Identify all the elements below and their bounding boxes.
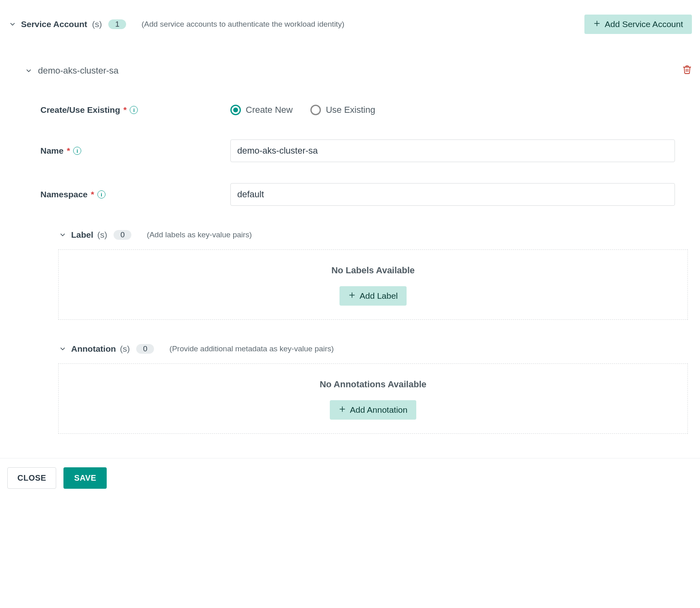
- annotations-count-badge: 0: [136, 344, 154, 354]
- info-icon[interactable]: i: [97, 190, 105, 198]
- close-button[interactable]: CLOSE: [7, 467, 56, 489]
- add-service-account-label: Add Service Account: [605, 19, 683, 29]
- labels-title: Label: [71, 230, 93, 240]
- name-row: Name* i: [40, 139, 688, 162]
- labels-empty-msg: No Labels Available: [331, 265, 415, 276]
- create-new-radio-label: Create New: [246, 105, 293, 115]
- namespace-input[interactable]: [230, 183, 675, 206]
- service-account-item-header: demo-aks-cluster-sa: [24, 65, 692, 76]
- add-annotation-text: Add Annotation: [350, 405, 407, 415]
- namespace-label: Namespace: [40, 190, 88, 199]
- annotations-header: Annotation (s) 0 (Provide additional met…: [58, 344, 688, 354]
- annotations-hint: (Provide additional metadata as key-valu…: [169, 344, 334, 353]
- save-button[interactable]: SAVE: [63, 467, 107, 489]
- labels-header: Label (s) 0 (Add labels as key-value pai…: [58, 230, 688, 240]
- add-annotation-button[interactable]: Add Annotation: [330, 400, 416, 420]
- create-new-radio[interactable]: Create New: [230, 105, 293, 115]
- radio-dot-icon: [310, 105, 321, 115]
- required-mark: *: [67, 146, 70, 156]
- plus-icon: [348, 291, 356, 301]
- service-account-title: Service Account: [21, 19, 87, 29]
- service-account-suffix: (s): [92, 19, 102, 29]
- add-label-text: Add Label: [360, 291, 398, 301]
- add-service-account-button[interactable]: Add Service Account: [584, 15, 692, 34]
- required-mark: *: [123, 105, 127, 115]
- required-mark: *: [91, 190, 94, 199]
- chevron-down-icon[interactable]: [8, 20, 17, 29]
- annotations-box: No Annotations Available Add Annotation: [58, 363, 688, 434]
- service-account-count-badge: 1: [108, 19, 126, 29]
- use-existing-radio-label: Use Existing: [326, 105, 375, 115]
- name-input[interactable]: [230, 139, 675, 162]
- chevron-down-icon[interactable]: [58, 230, 67, 239]
- create-use-existing-row: Create/Use Existing* i Create New Use Ex…: [40, 105, 688, 115]
- service-account-header: Service Account (s) 1 (Add service accou…: [8, 12, 692, 36]
- info-icon[interactable]: i: [73, 147, 81, 155]
- create-use-existing-label: Create/Use Existing: [40, 105, 120, 115]
- plus-icon: [339, 405, 346, 415]
- labels-hint: (Add labels as key-value pairs): [147, 230, 252, 239]
- labels-suffix: (s): [97, 230, 108, 240]
- annotations-empty-msg: No Annotations Available: [320, 379, 426, 390]
- info-icon[interactable]: i: [130, 106, 138, 114]
- labels-box: No Labels Available Add Label: [58, 249, 688, 320]
- service-account-item-name: demo-aks-cluster-sa: [38, 65, 118, 76]
- radio-dot-icon: [230, 105, 241, 115]
- annotations-title: Annotation: [71, 344, 116, 354]
- add-label-button[interactable]: Add Label: [339, 286, 407, 306]
- footer: CLOSE SAVE: [0, 458, 700, 498]
- annotations-suffix: (s): [120, 344, 130, 354]
- name-label: Name: [40, 146, 63, 156]
- chevron-down-icon[interactable]: [58, 344, 67, 353]
- delete-service-account-button[interactable]: [682, 65, 692, 76]
- chevron-down-icon[interactable]: [24, 66, 33, 75]
- trash-icon: [682, 65, 692, 76]
- use-existing-radio[interactable]: Use Existing: [310, 105, 375, 115]
- namespace-row: Namespace* i: [40, 183, 688, 206]
- plus-icon: [593, 19, 601, 29]
- service-account-hint: (Add service accounts to authenticate th…: [141, 20, 344, 29]
- labels-count-badge: 0: [114, 230, 131, 240]
